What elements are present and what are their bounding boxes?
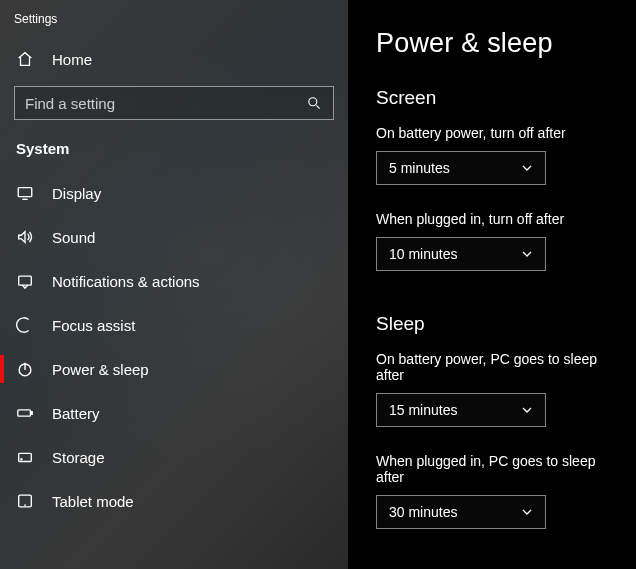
- nav-sound[interactable]: Sound: [0, 215, 348, 259]
- field-label: When plugged in, PC goes to sleep after: [376, 453, 614, 485]
- nav-notifications[interactable]: Notifications & actions: [0, 259, 348, 303]
- select-value: 10 minutes: [389, 246, 457, 262]
- select-value: 5 minutes: [389, 160, 450, 176]
- page-title: Power & sleep: [376, 28, 614, 59]
- section-title: Sleep: [376, 313, 614, 335]
- nav-battery[interactable]: Battery: [0, 391, 348, 435]
- tablet-icon: [16, 492, 34, 510]
- content-pane: Power & sleep Screen On battery power, t…: [348, 0, 636, 569]
- search-icon: [305, 94, 323, 112]
- field-label: When plugged in, turn off after: [376, 211, 614, 227]
- svg-rect-4: [18, 410, 31, 416]
- nav-storage[interactable]: Storage: [0, 435, 348, 479]
- section-title: Screen: [376, 87, 614, 109]
- chevron-down-icon: [521, 506, 533, 518]
- chevron-down-icon: [521, 248, 533, 260]
- chevron-down-icon: [521, 162, 533, 174]
- chevron-down-icon: [521, 404, 533, 416]
- nav-label: Display: [52, 185, 101, 202]
- nav-label: Focus assist: [52, 317, 135, 334]
- svg-point-7: [21, 459, 22, 460]
- nav-label: Battery: [52, 405, 100, 422]
- select-sleep-plugged[interactable]: 30 minutes: [376, 495, 546, 529]
- svg-rect-5: [31, 412, 32, 415]
- focus-assist-icon: [16, 316, 34, 334]
- field-label: On battery power, turn off after: [376, 125, 614, 141]
- select-value: 15 minutes: [389, 402, 457, 418]
- section-sleep: Sleep On battery power, PC goes to sleep…: [376, 313, 614, 529]
- select-screen-plugged[interactable]: 10 minutes: [376, 237, 546, 271]
- svg-rect-2: [19, 276, 32, 285]
- app-title: Settings: [0, 8, 348, 40]
- field-screen-plugged: When plugged in, turn off after 10 minut…: [376, 211, 614, 271]
- nav-label: Tablet mode: [52, 493, 134, 510]
- nav-display[interactable]: Display: [0, 171, 348, 215]
- nav-label: Notifications & actions: [52, 273, 200, 290]
- category-header: System: [0, 138, 348, 171]
- home-label: Home: [52, 51, 92, 68]
- nav-power-sleep[interactable]: Power & sleep: [0, 347, 348, 391]
- battery-icon: [16, 404, 34, 422]
- field-sleep-plugged: When plugged in, PC goes to sleep after …: [376, 453, 614, 529]
- nav-label: Power & sleep: [52, 361, 149, 378]
- svg-rect-1: [18, 188, 32, 197]
- home-icon: [16, 50, 34, 68]
- section-screen: Screen On battery power, turn off after …: [376, 87, 614, 271]
- storage-icon: [16, 448, 34, 466]
- field-screen-battery: On battery power, turn off after 5 minut…: [376, 125, 614, 185]
- select-sleep-battery[interactable]: 15 minutes: [376, 393, 546, 427]
- svg-point-0: [309, 98, 317, 106]
- field-label: On battery power, PC goes to sleep after: [376, 351, 614, 383]
- select-value: 30 minutes: [389, 504, 457, 520]
- select-screen-battery[interactable]: 5 minutes: [376, 151, 546, 185]
- home-nav[interactable]: Home: [0, 40, 348, 78]
- nav-tablet-mode[interactable]: Tablet mode: [0, 479, 348, 523]
- search-box[interactable]: [14, 86, 334, 120]
- power-icon: [16, 360, 34, 378]
- nav-focus-assist[interactable]: Focus assist: [0, 303, 348, 347]
- display-icon: [16, 184, 34, 202]
- settings-sidebar: Settings Home System Display: [0, 0, 348, 569]
- sound-icon: [16, 228, 34, 246]
- search-input[interactable]: [25, 95, 305, 112]
- svg-rect-6: [19, 453, 32, 461]
- nav-label: Sound: [52, 229, 95, 246]
- notifications-icon: [16, 272, 34, 290]
- field-sleep-battery: On battery power, PC goes to sleep after…: [376, 351, 614, 427]
- nav-label: Storage: [52, 449, 105, 466]
- nav-list: Display Sound Notifications & actions Fo…: [0, 171, 348, 523]
